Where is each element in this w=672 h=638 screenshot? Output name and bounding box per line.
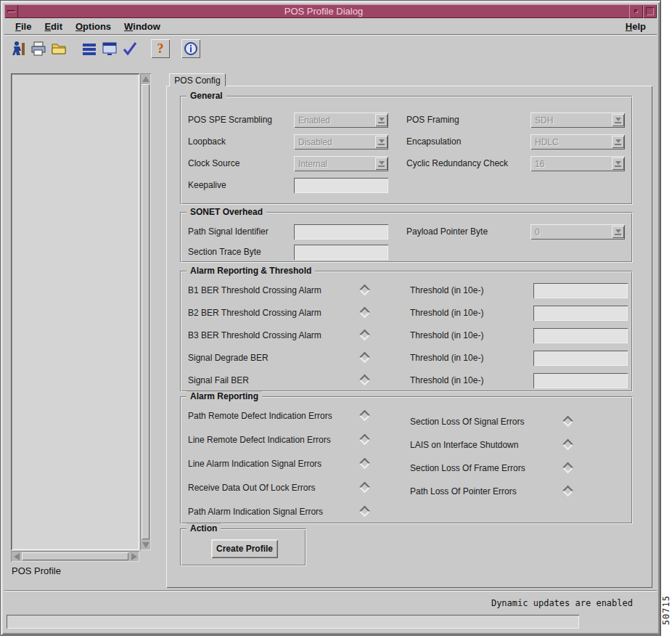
maximize-button[interactable] [643, 4, 657, 18]
status-bar [7, 615, 579, 629]
menu-window[interactable]: Window [118, 19, 167, 34]
list-icon [81, 41, 97, 57]
keepalive-input[interactable] [294, 178, 388, 193]
profile-list[interactable] [11, 73, 139, 550]
pos-spe-scrambling-label: POS SPE Scrambling [188, 113, 272, 128]
menu-file[interactable]: File [9, 19, 38, 34]
toolbar: ? [4, 36, 657, 62]
section-lof-errors-toggle[interactable] [562, 462, 574, 474]
arrow-down-icon [142, 542, 149, 548]
group-general: General POS SPE Scrambling Enabled POS F… [180, 96, 633, 205]
profile-list-label: POS Profile [12, 565, 61, 576]
titlebar[interactable]: POS Profile Dialog [4, 4, 657, 18]
pos-framing-dropdown[interactable]: SDH [530, 113, 625, 128]
vertical-scrollbar[interactable] [140, 73, 151, 550]
window-menu-button[interactable] [4, 4, 18, 18]
signal-degrade-threshold-input[interactable] [533, 351, 628, 366]
alarm-threshold-row: B1 BER Threshold Crossing Alarm Threshol… [187, 283, 632, 298]
minimize-icon [634, 9, 638, 13]
path-signal-identifier-input[interactable] [294, 224, 388, 240]
scroll-down-button[interactable] [140, 539, 151, 550]
horizontal-scrollbar[interactable] [11, 551, 139, 562]
signal-fail-ber-label: Signal Fail BER [188, 373, 249, 388]
section-los-errors-toggle[interactable] [562, 416, 574, 428]
group-general-title: General [187, 91, 226, 101]
help-question-icon: ? [157, 42, 164, 55]
menubar: File Edit Options Window Help [4, 18, 657, 35]
menu-edit[interactable]: Edit [38, 19, 69, 34]
group-sonet-title: SONET Overhead [187, 207, 266, 217]
clock-source-dropdown[interactable]: Internal [294, 156, 388, 171]
alarm-threshold-row: Signal Fail BER Threshold (in 10e-) [187, 373, 632, 388]
profile-listbox [11, 73, 151, 562]
loopback-label: Loopback [188, 134, 226, 150]
info-button[interactable] [181, 39, 200, 58]
minimize-button[interactable] [629, 4, 643, 18]
horizontal-scroll-thumb[interactable] [22, 552, 128, 560]
pos-spe-scrambling-dropdown[interactable]: Enabled [294, 113, 388, 128]
dropdown-arrow-icon [612, 136, 624, 148]
printer-icon [30, 41, 46, 57]
dynamic-updates-status: Dynamic updates are enabled [491, 598, 633, 608]
b1-ber-alarm-toggle[interactable] [359, 285, 371, 296]
scroll-up-button[interactable] [140, 73, 151, 84]
b2-threshold-input[interactable] [533, 306, 628, 321]
payload-pointer-byte-dropdown[interactable]: 0 [530, 224, 625, 240]
folder-icon [51, 41, 67, 57]
open-folder-button[interactable] [49, 39, 68, 58]
b3-threshold-input[interactable] [533, 328, 628, 343]
pos-config-panel: General POS SPE Scrambling Enabled POS F… [166, 86, 652, 588]
b1-threshold-input[interactable] [533, 283, 628, 298]
arrow-right-icon [131, 553, 137, 560]
threshold-label: Threshold (in 10e-) [410, 283, 483, 298]
crc-dropdown[interactable]: 16 [530, 156, 625, 171]
menu-options[interactable]: Options [69, 19, 118, 34]
path-lop-errors-label: Path Loss Of Pointer Errors [410, 484, 517, 499]
exit-button[interactable] [9, 39, 28, 58]
group-sonet-overhead: SONET Overhead Path Signal Identifier Pa… [180, 212, 633, 263]
apply-button[interactable] [120, 39, 139, 58]
window-menu-icon [7, 10, 15, 12]
clock-source-label: Clock Source [188, 156, 239, 171]
group-alarm-threshold-title: Alarm Reporting & Threshold [187, 266, 315, 276]
profile-list-button[interactable] [80, 39, 99, 58]
alarm-row: Section Loss Of Frame Errors [187, 461, 632, 476]
section-lof-errors-label: Section Loss Of Frame Errors [410, 461, 525, 476]
form-row: Path Signal Identifier Payload Pointer B… [187, 224, 632, 240]
signal-fail-ber-toggle[interactable] [359, 375, 371, 386]
scroll-right-button[interactable] [128, 551, 139, 562]
encapsulation-label: Encapsulation [406, 134, 461, 150]
dropdown-arrow-icon [375, 136, 388, 148]
dropdown-arrow-icon [612, 226, 624, 238]
alarm-row: Path Loss Of Pointer Errors [187, 484, 632, 499]
menu-help[interactable]: Help [619, 19, 652, 34]
group-alarm-reporting-title: Alarm Reporting [187, 391, 262, 401]
group-alarm-threshold: Alarm Reporting & Threshold B1 BER Thres… [180, 271, 633, 392]
signal-degrade-ber-toggle[interactable] [359, 352, 371, 364]
lais-interface-shutdown-toggle[interactable] [562, 439, 574, 451]
form-row: Clock Source Internal Cyclic Redundancy … [187, 156, 632, 171]
section-trace-byte-input[interactable] [294, 245, 388, 260]
signal-degrade-ber-label: Signal Degrade BER [188, 351, 269, 366]
info-icon [184, 41, 198, 56]
display-button[interactable] [100, 39, 119, 58]
alarm-row: Path Alarm Indication Signal Errors [187, 504, 632, 520]
path-lop-errors-toggle[interactable] [562, 486, 574, 497]
b3-ber-alarm-toggle[interactable] [359, 330, 371, 341]
print-button[interactable] [29, 39, 48, 58]
loopback-dropdown[interactable]: Disabled [294, 134, 388, 150]
signal-fail-threshold-input[interactable] [533, 373, 628, 388]
b2-ber-alarm-toggle[interactable] [359, 307, 371, 319]
scroll-left-button[interactable] [11, 551, 22, 562]
check-icon [122, 41, 138, 57]
form-row: Keepalive [187, 178, 632, 193]
group-alarm-reporting: Alarm Reporting Path Remote Defect Indic… [180, 396, 633, 524]
help-button[interactable]: ? [151, 39, 170, 58]
encapsulation-dropdown[interactable]: HDLC [530, 134, 625, 150]
path-ais-errors-toggle[interactable] [359, 506, 371, 518]
tab-pos-config[interactable]: POS Config [169, 73, 226, 86]
section-trace-byte-label: Section Trace Byte [188, 245, 261, 260]
create-profile-button[interactable]: Create Profile [211, 539, 278, 558]
dropdown-arrow-icon [612, 114, 624, 126]
vertical-scroll-thumb[interactable] [142, 84, 149, 539]
